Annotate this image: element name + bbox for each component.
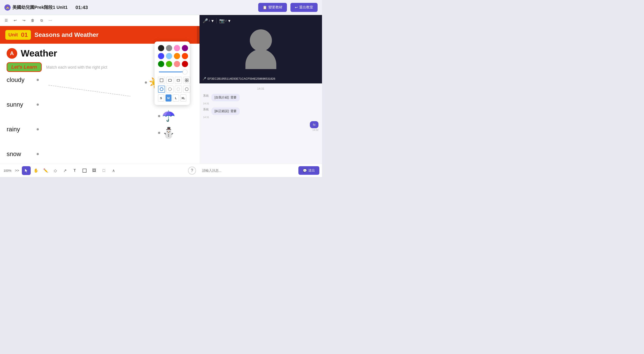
color-gray[interactable] [166,45,172,51]
redo-button[interactable]: ↪ [20,17,27,24]
size-s-btn[interactable]: S [158,94,164,102]
size-m-btn[interactable]: M [166,94,172,102]
camera-chevron-button[interactable]: ▾ [228,18,230,24]
brush-shapes [158,77,186,84]
color-red-orange[interactable] [182,53,188,59]
exit-classroom-button[interactable]: ↩ 退出教室 [290,3,318,12]
divider [216,18,216,24]
more-tools-button[interactable]: ∧ [109,166,118,175]
change-material-icon: 📋 [263,5,267,10]
size-xl-btn[interactable]: XL [180,94,186,102]
svg-rect-1 [160,79,163,82]
main-area: ☰ ↩ ↪ 🗑 ⧉ ⋯ Unit 01 Seasons and Weather [0,15,322,177]
color-lightred[interactable] [174,61,180,67]
select-tool-button[interactable] [22,166,31,175]
brush-rounded-btn[interactable] [166,77,174,84]
exit-classroom-icon: ↩ [295,5,298,10]
expand-button[interactable]: >> [13,168,21,174]
circle-filled-btn[interactable] [158,86,165,93]
arrow-tool-button[interactable]: ↗ [61,166,70,175]
logo-icon: 🏫 [4,4,10,10]
svg-rect-6 [185,80,186,82]
mic-chevron-button[interactable]: ▾ [212,18,214,24]
size-slider[interactable] [159,72,186,72]
lesson-letter-badge: A [6,48,17,59]
image-dot-umbrella [158,115,160,117]
brush-square-btn[interactable] [158,77,165,84]
color-grid [158,45,186,67]
help-button[interactable]: ? [188,167,196,174]
camera-toggle-button[interactable]: 📷 / [219,18,226,24]
image-dot-sun [145,82,147,84]
circle-thin-btn[interactable] [183,86,190,93]
color-purple[interactable] [182,45,188,51]
lesson-title: Weather [21,48,57,59]
eraser-tool-button[interactable]: ◇ [51,166,60,175]
video-controls-top: 🎤 / ▾ 📷 / ▾ [202,18,230,24]
hand-tool-button[interactable]: ✋ [32,166,40,175]
vocab-row-sunny: sunny [6,101,39,108]
image-dot-snowman [158,132,160,134]
chat-message-2: 系統 [糾正錯誤]: 需要 14:31 [203,108,318,118]
chat-bubble-row-2: 系統 [糾正錯誤]: 需要 [203,108,318,115]
header-title: 美國幼兒園Prek階段1 Unit1 [12,4,68,10]
mic-toggle-button[interactable]: 🎤 / [202,18,210,24]
svg-point-10 [177,88,180,91]
text-tool-button[interactable]: T [70,166,79,175]
chat-sender-1: 系統 [203,94,209,98]
exit-classroom-label: 退出教室 [299,5,313,10]
chat-time-2: 14:31 [203,116,318,118]
pen-tool-button[interactable]: ✏️ [41,166,50,175]
match-instruction: Match each word with the right pict [46,65,107,70]
color-black[interactable] [158,45,164,51]
image-snowman: ⛄ [158,127,175,139]
svg-point-8 [160,88,163,91]
user-avatar [246,29,276,69]
vocab-row-rainy: rainy [6,126,39,133]
unit-number: 01 [21,31,28,38]
color-red[interactable] [182,61,188,67]
size-labels: S M L XL [158,94,186,102]
color-pink[interactable] [174,45,180,51]
change-material-button[interactable]: 📋 變更教材 [258,3,287,12]
size-l-btn[interactable]: L [173,94,179,102]
chat-send-button[interactable]: 💬 送出 [298,166,319,175]
shape-tool-button[interactable] [80,166,89,175]
rect-tool-button[interactable]: □ [100,166,108,175]
avatar-body [246,49,276,69]
color-blue[interactable] [158,53,164,59]
menu-button[interactable]: ☰ [3,17,10,24]
chat-input-area: 💬 送出 [200,164,322,177]
circle-dashed-btn[interactable] [166,86,174,93]
color-lightblue[interactable] [166,53,172,59]
chat-sender-2: 系統 [203,108,209,112]
words-column: cloudy sunny rainy snow [6,76,39,164]
image-tool-button[interactable]: 🖼 [90,166,99,175]
timer: 01:43 [76,5,88,10]
unit-subtitle: Seasons and Weather [34,31,98,38]
camera-icon: 📷 [219,18,225,24]
color-orange[interactable] [174,53,180,59]
right-panel: 🎤 / ▾ 📷 / ▾ 🎤 EF3EC2B1955114E93E71CAC [200,15,322,177]
chat-time-1: 14:31 [203,102,318,105]
color-darkgreen[interactable] [158,61,164,67]
svg-rect-5 [187,79,188,80]
svg-rect-4 [185,79,186,80]
image-umbrella: ☂️ [158,110,175,122]
circle-dotted-btn[interactable] [175,86,182,93]
undo-button[interactable]: ↩ [12,17,18,24]
video-area: 🎤 / ▾ 📷 / ▾ 🎤 EF3EC2B1955114E93E71CAC [200,15,322,84]
chat-input[interactable] [202,168,296,172]
brush-grid-btn[interactable] [183,77,190,84]
color-green[interactable] [166,61,172,67]
camera-slash: / [226,19,226,22]
unit-label-box: Unit 01 [5,30,31,40]
copy-button[interactable]: ⧉ [38,17,45,24]
brush-small-rect-btn[interactable] [175,77,182,84]
delete-button[interactable]: 🗑 [29,17,36,24]
vocab-word-cloudy: cloudy [6,76,33,84]
size-slider-row [158,70,186,74]
vocab-dot-snow [37,153,39,155]
more-options-button[interactable]: ⋯ [47,17,54,24]
svg-line-0 [48,85,130,96]
